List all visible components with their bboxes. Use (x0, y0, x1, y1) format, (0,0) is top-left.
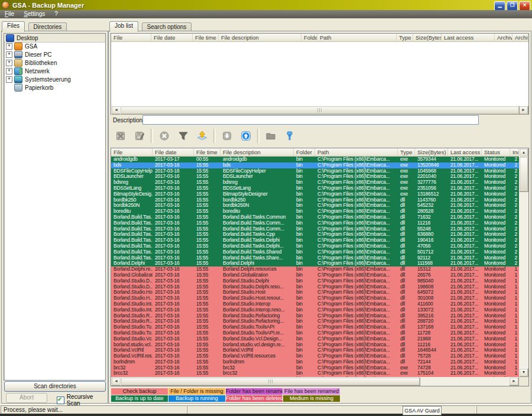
column-header-type[interactable]: Type (398, 148, 415, 157)
horizontal-scrollbar[interactable]: ◄ ► (111, 377, 519, 386)
table-row[interactable]: bds2017-03-1615:55bdsbinC:\Program Files… (111, 162, 519, 168)
column-header-file[interactable]: File (111, 148, 153, 157)
table-row[interactable]: Borland.Build.Tas...2017-03-1615:55Borla… (111, 226, 519, 232)
column-header-last-access[interactable]: Last access (448, 148, 482, 157)
scroll-right-icon[interactable]: ► (518, 106, 528, 115)
column-header-archive[interactable]: Archive (512, 34, 528, 42)
close-button[interactable]: ✕ (519, 1, 530, 11)
directory-tree[interactable]: Desktop + GSA + Dieser PC + Bibliotheken… (4, 33, 106, 381)
table-row[interactable]: Borland.Studio.Vc...2017-03-1615:55Borla… (111, 336, 519, 342)
expand-icon[interactable]: + (6, 68, 12, 74)
table-row[interactable]: brcc322017-03-1615:55brcc32binC:\Program… (111, 370, 519, 376)
minimize-button[interactable]: ▁ (494, 1, 505, 11)
scrollbar-thumb[interactable] (121, 377, 420, 386)
scroll-left-icon[interactable]: ◄ (111, 377, 121, 386)
menu-item[interactable]: ? (50, 10, 63, 18)
table-row[interactable]: Borland.Build.Tas...2017-03-1615:55Borla… (111, 214, 519, 220)
table-row[interactable]: brc322017-03-1615:55brc32binC:\Program F… (111, 365, 519, 371)
title-bar[interactable]: GSA - Backup Manager ▁ ❐ ✕ (0, 0, 532, 10)
column-header-size-bytes-[interactable]: Size(Bytes) (413, 34, 442, 42)
tree-item-gsa[interactable]: + GSA (4, 42, 105, 50)
table-row[interactable]: Borland.Delphi.re...2017-03-1615:55Borla… (111, 266, 519, 272)
column-header-size-bytes-[interactable]: Size(Bytes) (415, 148, 448, 157)
scroll-down-icon[interactable]: ▼ (519, 368, 528, 377)
tab-files[interactable]: Files (2, 21, 25, 32)
table-row[interactable]: Borland.Studio.Int...2017-03-1615:55Borl… (111, 307, 519, 313)
menu-item[interactable]: File (0, 10, 19, 18)
table-row[interactable]: bordbk250N2017-03-1615:55bordbk250NbinC:… (111, 203, 519, 209)
filter-button[interactable] (174, 127, 193, 145)
delete-backup-button[interactable] (111, 127, 130, 145)
column-header-inc[interactable]: Inc (510, 148, 519, 157)
cancel-button[interactable] (155, 127, 174, 145)
abort-button[interactable]: Abort (6, 393, 47, 403)
table-row[interactable]: Borland.VclRtl.res...2017-03-1615:55Borl… (111, 353, 519, 359)
vertical-scrollbar[interactable]: ▲ ▼ (519, 148, 528, 377)
tree-item-papierkorb[interactable]: Papierkorb (4, 83, 105, 92)
table-row[interactable]: BDSSetLang2017-03-1615:55BDSSetLangbinC:… (111, 186, 519, 191)
table-row[interactable]: Borland.Studio.R...2017-03-1615:55Borlan… (111, 318, 519, 324)
restore-button[interactable]: ❐ (507, 1, 518, 11)
table-row[interactable]: boreditu2017-03-1615:55boreditubinC:\Pro… (111, 209, 519, 214)
expand-icon[interactable]: + (6, 43, 12, 50)
expand-icon[interactable]: + (6, 76, 12, 83)
column-header-file-description[interactable]: File description (219, 34, 301, 42)
scrollbar-thumb[interactable] (519, 157, 528, 192)
table-row[interactable]: Borland.Build.Tas...2017-03-1615:55Borla… (111, 249, 519, 255)
tree-item-systemsteuerung[interactable]: + Systemsteuerung (4, 75, 105, 83)
table-row[interactable]: borlndmm2017-03-1615:55borlndmmbinC:\Pro… (111, 359, 519, 365)
table-row[interactable]: Borland.Studio.Host2017-03-1615:55Borlan… (111, 290, 519, 295)
column-header-file-time[interactable]: File time (194, 148, 220, 157)
column-header-file-time[interactable]: File time (193, 34, 219, 42)
job-table-body[interactable] (111, 42, 528, 106)
tree-item-dieser-pc[interactable]: + Dieser PC (4, 50, 105, 58)
table-row[interactable]: BDSFileCopyHelper2017-03-1615:55BDSFileC… (111, 168, 519, 174)
scrollbar-thumb[interactable] (120, 106, 520, 115)
table-row[interactable]: bordbk2502017-03-1615:55bordbk250binC:\P… (111, 197, 519, 203)
column-header-file-date[interactable]: File date (153, 148, 194, 157)
table-row[interactable]: BitmapStyleDesig...2017-03-1615:55Bitmap… (111, 191, 519, 197)
column-header-type[interactable]: Type (397, 34, 413, 42)
table-row[interactable]: Borland.Build.Tas...2017-03-1615:55Borla… (111, 255, 519, 261)
tree-item-desktop[interactable]: Desktop (4, 34, 105, 42)
scroll-up-icon[interactable]: ▲ (519, 148, 528, 157)
expand-icon[interactable]: + (6, 60, 12, 66)
table-row[interactable]: androidgdb2017-03-1700:55androidgdbbinC:… (111, 157, 519, 162)
table-row[interactable]: Borland.VclRtl2017-03-1615:55Borland.Vcl… (111, 347, 519, 353)
table-row[interactable]: Borland.Build.Tas...2017-03-1615:55Borla… (111, 232, 519, 238)
upload-button[interactable] (236, 127, 255, 145)
table-row[interactable]: Borland.Delphi2017-03-1615:55Borland.Del… (111, 261, 519, 266)
column-header-folder[interactable]: Folder (294, 148, 315, 157)
column-header-path[interactable]: Path (315, 148, 398, 157)
recursive-scan-checkbox[interactable]: Recursive Scan (57, 394, 108, 407)
table-row[interactable]: bdsreg2017-03-1615:55bdsregbinC:\Program… (111, 180, 519, 186)
table-row[interactable]: Borland.Studio.To...2017-03-1615:55Borla… (111, 324, 519, 330)
menu-item[interactable]: Settings (19, 10, 50, 18)
table-row[interactable]: Borland.Globalizat...2017-03-1615:55Borl… (111, 272, 519, 278)
scan-directories-button[interactable]: Scan directories (4, 381, 106, 392)
column-header-last-access[interactable]: Last access (442, 34, 495, 42)
table-row[interactable]: Borland.Studio.Int...2017-03-1615:55Borl… (111, 301, 519, 307)
restore-backup-button[interactable] (193, 127, 212, 145)
table-row[interactable]: Borland.Studio.D...2017-03-1615:55Borlan… (111, 278, 519, 284)
edit-backup-button[interactable] (130, 127, 149, 145)
column-header-file-date[interactable]: File date (151, 34, 193, 42)
column-header-file[interactable]: File (111, 34, 151, 42)
table-row[interactable]: Borland.Build.Tas...2017-03-1615:55Borla… (111, 220, 519, 226)
scroll-right-icon[interactable]: ► (509, 377, 519, 386)
table-row[interactable]: Borland.Build.Tas...2017-03-1615:55Borla… (111, 238, 519, 243)
tree-item-bibliotheken[interactable]: + Bibliotheken (4, 58, 105, 67)
column-header-status[interactable]: Status (482, 148, 510, 157)
horizontal-scrollbar[interactable]: ◄ ► (111, 106, 528, 114)
table-row[interactable]: BDSLauncher2017-03-1615:55BDSLauncherbin… (111, 174, 519, 180)
column-header-file-description[interactable]: File description (220, 148, 294, 157)
table-row[interactable]: Borland.Build.Tas...2017-03-1615:55Borla… (111, 243, 519, 249)
table-row[interactable]: Borland.Studio.R...2017-03-1615:55Borlan… (111, 313, 519, 319)
tab-job-list[interactable]: Job list (109, 21, 138, 32)
column-header-archive[interactable]: Archive (495, 34, 512, 42)
column-header-path[interactable]: Path (317, 34, 397, 42)
expand-icon[interactable]: + (6, 51, 12, 58)
checkbox-box[interactable] (57, 396, 64, 404)
av-guard-tray-label[interactable]: GSA AV Guard (403, 406, 442, 415)
table-row[interactable]: Borland.Studio.H...2017-03-1615:55Borlan… (111, 295, 519, 301)
